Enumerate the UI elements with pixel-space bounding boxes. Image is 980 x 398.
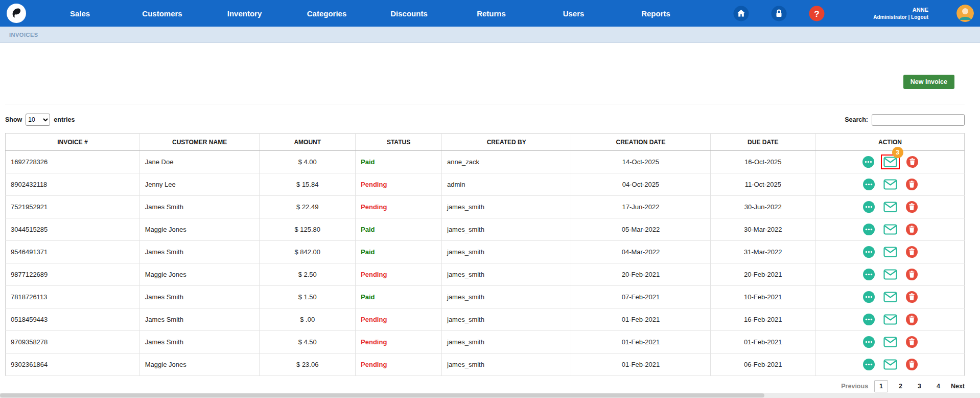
delete-invoice-icon[interactable]	[905, 201, 918, 213]
entries-label: entries	[54, 116, 75, 123]
delete-invoice-icon[interactable]	[905, 178, 918, 191]
email-invoice-icon[interactable]	[883, 224, 897, 235]
column-header-action[interactable]: ACTION	[816, 134, 965, 151]
nav-item-customers[interactable]: Customers	[121, 9, 203, 18]
cell-created-by: james_smith	[442, 353, 571, 376]
cell-creation-date: 20-Feb-2021	[571, 263, 710, 286]
table-row: 9302361864Maggie Jones$ 23.06Pendingjame…	[6, 353, 965, 376]
delete-invoice-icon[interactable]	[905, 358, 918, 371]
column-header-amount[interactable]: AMOUNT	[260, 134, 356, 151]
header-panel: New Invoice	[5, 43, 965, 104]
cell-action	[816, 353, 965, 376]
delete-invoice-icon[interactable]	[905, 291, 918, 303]
pagination-page-2[interactable]: 2	[894, 381, 907, 392]
view-invoice-icon[interactable]	[862, 156, 875, 168]
question-mark-icon: ?	[809, 14, 825, 23]
column-header-created-by[interactable]: CREATED BY	[442, 134, 571, 151]
nav-item-reports[interactable]: Reports	[615, 9, 697, 18]
email-invoice-icon[interactable]	[883, 179, 897, 190]
nav-item-discounts[interactable]: Discounts	[368, 9, 450, 18]
view-invoice-icon[interactable]	[862, 246, 875, 258]
horizontal-scrollbar-thumb[interactable]	[0, 393, 764, 397]
column-header-due-date[interactable]: DUE DATE	[710, 134, 815, 151]
cell-creation-date: 05-Mar-2022	[571, 218, 710, 241]
cell-status: Paid	[356, 241, 442, 263]
table-row: 9709358278James Smith$ 4.50Pendingjames_…	[6, 331, 965, 353]
pagination-page-3[interactable]: 3	[913, 381, 926, 392]
pagination-next[interactable]: Next	[951, 383, 965, 390]
view-invoice-icon[interactable]	[862, 268, 875, 281]
nav-item-sales[interactable]: Sales	[39, 9, 121, 18]
column-header-status[interactable]: STATUS	[356, 134, 442, 151]
cell-amount: $ .00	[260, 308, 356, 331]
pagination-page-1[interactable]: 1	[874, 380, 888, 392]
pagination-page-4[interactable]: 4	[932, 381, 945, 392]
table-row: 7818726113James Smith$ 1.50Paidjames_smi…	[6, 286, 965, 308]
delete-invoice-icon[interactable]	[905, 246, 918, 258]
view-invoice-icon[interactable]	[862, 313, 875, 326]
nav-item-inventory[interactable]: Inventory	[203, 9, 286, 18]
new-invoice-button[interactable]: New Invoice	[903, 75, 954, 89]
show-entries-control: Show 10 entries	[5, 114, 75, 126]
email-invoice-icon[interactable]	[883, 314, 897, 325]
cell-creation-date: 04-Mar-2022	[571, 241, 710, 263]
delete-invoice-icon[interactable]	[905, 336, 918, 348]
lock-button[interactable]	[771, 6, 787, 21]
home-button[interactable]	[733, 6, 749, 21]
table-row: 0518459443James Smith$ .00Pendingjames_s…	[6, 308, 965, 331]
cell-status: Paid	[356, 218, 442, 241]
view-invoice-icon[interactable]	[862, 223, 875, 236]
search-label: Search:	[845, 116, 868, 123]
column-header-creation-date[interactable]: CREATION DATE	[571, 134, 710, 151]
cell-customer-name: Maggie Jones	[139, 263, 260, 286]
app-logo[interactable]	[6, 3, 27, 24]
cell-amount: $ 15.84	[260, 173, 356, 196]
view-invoice-icon[interactable]	[862, 358, 875, 371]
user-info: ANNE Administrator | Logout	[867, 6, 928, 20]
cell-invoice-number: 7521952921	[6, 196, 140, 218]
cell-invoice-number: 9546491371	[6, 241, 140, 263]
logout-link[interactable]: Administrator | Logout	[867, 14, 928, 20]
cell-customer-name: Jane Doe	[139, 151, 260, 173]
email-invoice-icon[interactable]	[883, 269, 897, 280]
nav-item-returns[interactable]: Returns	[450, 9, 532, 18]
annotation-highlight-box: 3	[881, 154, 900, 169]
invoice-table-head: INVOICE #CUSTOMER NAMEAMOUNTSTATUSCREATE…	[6, 134, 965, 151]
email-invoice-icon[interactable]	[883, 359, 897, 370]
table-row: 7521952921James Smith$ 22.49Pendingjames…	[6, 196, 965, 218]
view-invoice-icon[interactable]	[862, 336, 875, 348]
email-invoice-icon[interactable]	[883, 292, 897, 302]
cell-creation-date: 04-Oct-2025	[571, 173, 710, 196]
cell-due-date: 11-Oct-2025	[710, 173, 815, 196]
delete-invoice-icon[interactable]	[905, 313, 918, 326]
search-input[interactable]	[872, 114, 965, 126]
column-header-invoice[interactable]: INVOICE #	[6, 134, 140, 151]
email-invoice-icon[interactable]	[883, 157, 897, 167]
cell-action: 3	[816, 151, 965, 173]
table-row: 9877122689Maggie Jones$ 2.50Pendingjames…	[6, 263, 965, 286]
page-size-select[interactable]: 10	[26, 114, 50, 126]
cell-customer-name: Maggie Jones	[139, 218, 260, 241]
view-invoice-icon[interactable]	[862, 291, 875, 303]
cell-created-by: admin	[442, 173, 571, 196]
cell-due-date: 30-Mar-2022	[710, 218, 815, 241]
lock-icon	[771, 14, 787, 23]
horizontal-scrollbar-track[interactable]	[0, 393, 980, 398]
nav-item-categories[interactable]: Categories	[286, 9, 368, 18]
cell-customer-name: James Smith	[139, 331, 260, 353]
delete-invoice-icon[interactable]	[906, 156, 919, 168]
view-invoice-icon[interactable]	[862, 178, 875, 191]
help-button[interactable]: ?	[809, 6, 825, 21]
nav-item-users[interactable]: Users	[532, 9, 615, 18]
delete-invoice-icon[interactable]	[905, 223, 918, 236]
view-invoice-icon[interactable]	[862, 201, 875, 213]
delete-invoice-icon[interactable]	[905, 268, 918, 281]
pagination-previous[interactable]: Previous	[841, 383, 868, 390]
email-invoice-icon[interactable]	[883, 247, 897, 257]
user-avatar[interactable]	[956, 5, 974, 22]
email-invoice-icon[interactable]	[883, 202, 897, 212]
cell-action	[816, 331, 965, 353]
column-header-customer-name[interactable]: CUSTOMER NAME	[139, 134, 260, 151]
breadcrumb: INVOICES	[9, 32, 38, 38]
email-invoice-icon[interactable]	[883, 337, 897, 347]
